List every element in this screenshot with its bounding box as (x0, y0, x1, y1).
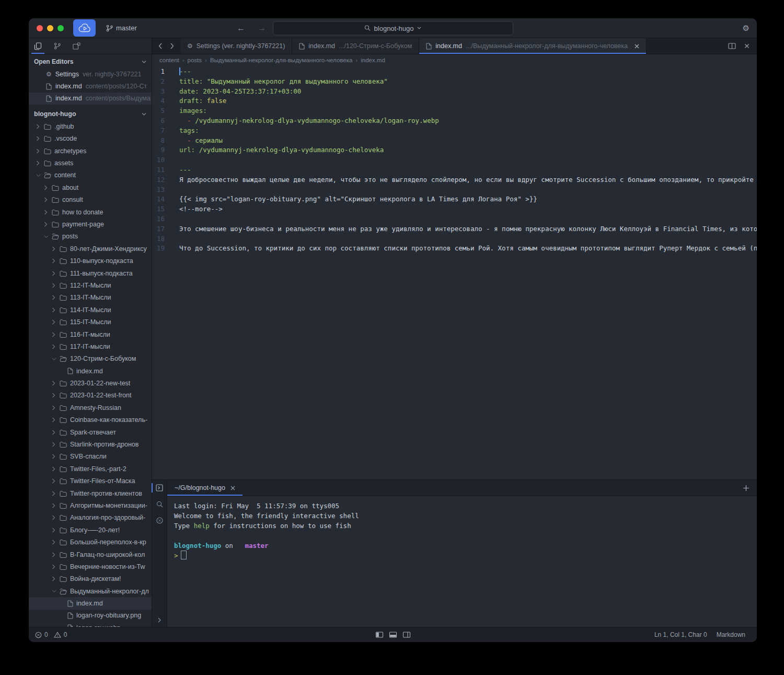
terminal-tab[interactable]: ~/G/blognot-hugo (167, 480, 243, 496)
tree-item[interactable]: Война-дискетам! (29, 573, 152, 585)
tree-item[interactable]: 120-Стрим-с-Бобуком (29, 353, 152, 365)
tree-item[interactable]: logan-roy.webp (29, 622, 152, 627)
open-editor-item[interactable]: index.mdcontent/posts/Выдума (29, 93, 152, 105)
tree-item[interactable]: 116-IT-мысли (29, 328, 152, 340)
editor-tab[interactable]: index.md.../Выдуманный-некролог-для-выду… (419, 38, 647, 54)
tree-item[interactable]: 113-IT-Мысли (29, 292, 152, 304)
tree-item[interactable]: Вечерние-новости-из-Tw (29, 560, 152, 573)
tree-item[interactable]: Starlink-против-дронов (29, 438, 152, 450)
tree-item[interactable]: Twitter-Files-от-Маска (29, 475, 152, 487)
cursor-position[interactable]: Ln 1, Col 1, Char 0 (654, 631, 707, 638)
folder-icon (60, 478, 67, 484)
close-icon[interactable] (744, 43, 750, 49)
tree-item[interactable]: archetypes (29, 145, 152, 157)
tree-item[interactable]: Большой-переполох-в-кр (29, 536, 152, 548)
tree-item-label: 113-IT-Мысли (70, 294, 111, 301)
tree-item[interactable]: .github (29, 120, 152, 132)
code-line: 8 - сериалы (152, 136, 757, 146)
tree-item[interactable]: Spark-отвечает (29, 426, 152, 438)
language-mode[interactable]: Markdown (717, 631, 745, 638)
chevron-right-icon (52, 552, 55, 557)
tree-item[interactable]: payment-page (29, 218, 152, 230)
tree-item[interactable]: Выдуманный-некролог-дл (29, 585, 152, 597)
tree-item[interactable]: logan-roy-obituary.png (29, 610, 152, 622)
tree-item[interactable]: assets (29, 157, 152, 169)
editor-tab[interactable]: index.md.../120-Стрим-с-Бобуком (292, 38, 419, 54)
tree-item[interactable]: 112-IT-Мысли (29, 279, 152, 291)
branch-indicator[interactable]: master (106, 24, 137, 32)
tree-item[interactable]: Twitter-Files,-part-2 (29, 463, 152, 475)
editor-tab[interactable]: ⚙Settings (ver. nightly-3767221) (180, 38, 292, 54)
tree-item[interactable]: 115-IT-Мысли (29, 316, 152, 328)
tree-item[interactable]: 2023-01-22-new-test (29, 377, 152, 389)
app-icon[interactable] (73, 19, 96, 37)
window-controls (29, 25, 64, 31)
tree-item[interactable]: consult (29, 194, 152, 206)
minimize-window-button[interactable] (47, 25, 53, 31)
strip-expand-chevron[interactable] (158, 617, 162, 623)
tree-item[interactable]: 80-лет-Джими-Хендриксу (29, 243, 152, 255)
problems-indicator[interactable]: 0 0 (29, 631, 67, 638)
toggle-sidebar-icon[interactable] (375, 632, 383, 638)
open-editor-detail: ver. nightly-3767221 (83, 71, 142, 78)
toggle-panel-icon[interactable] (389, 632, 397, 638)
tree-item[interactable]: 2023-01-22-test-front (29, 390, 152, 402)
zoom-window-button[interactable] (57, 25, 64, 31)
terminal-search-button[interactable] (156, 501, 163, 508)
editor-layout-tab-button[interactable] (72, 38, 82, 54)
tree-item[interactable]: about (29, 181, 152, 193)
tree-item[interactable]: 117-IT-мысли (29, 340, 152, 352)
tree-item[interactable]: how to donate (29, 206, 152, 218)
tree-item[interactable]: posts (29, 231, 152, 243)
source-control-tab-button[interactable] (53, 38, 62, 54)
tree-item[interactable]: 110-выпуск-подкаста (29, 255, 152, 267)
open-editor-item[interactable]: index.mdcontent/posts/120-Ст (29, 80, 152, 92)
code-line: 3date: 2023-04-25T23:37:17+03:00 (152, 87, 757, 97)
terminal-content[interactable]: Last login: Fri May 5 11:57:39 on ttys00… (167, 496, 757, 627)
tree-item[interactable]: SVB-спасли (29, 451, 152, 463)
breadcrumb-item[interactable]: content (159, 57, 179, 63)
back-arrow-button[interactable]: ← (237, 24, 245, 33)
close-icon[interactable] (230, 486, 235, 490)
tree-item[interactable]: index.md (29, 365, 152, 377)
tree-item[interactable]: Блогу-—-20-лет! (29, 524, 152, 536)
tree-item[interactable]: Amnesty-Russian (29, 402, 152, 414)
tree-item[interactable]: .vscode (29, 133, 152, 145)
forward-arrow-button[interactable]: → (258, 24, 266, 33)
explorer-tab-button[interactable] (33, 38, 43, 54)
command-center-search[interactable]: blognot-hugo (273, 21, 513, 35)
tree-item[interactable]: content (29, 169, 152, 181)
toggle-secondary-sidebar-icon[interactable] (402, 632, 410, 638)
tree-item[interactable]: 114-IT-Мысли (29, 304, 152, 316)
tree-item-label: Starlink-против-дронов (70, 441, 139, 448)
tree-item-label: В-Галац-по-широкой-кол (70, 551, 145, 558)
breadcrumb-item[interactable]: index.md (361, 57, 385, 63)
folder-icon (60, 344, 67, 350)
sidebar: Open Editors ⚙Settingsver. nightly-37672… (29, 38, 152, 627)
terminal-clear-button[interactable] (156, 517, 163, 524)
tree-item[interactable]: В-Галац-по-широкой-кол (29, 548, 152, 560)
split-editor-icon[interactable] (728, 43, 736, 49)
close-window-button[interactable] (37, 25, 43, 31)
breadcrumb-item[interactable]: posts (188, 57, 202, 63)
tree-item[interactable]: Twitter-против-клиентов (29, 487, 152, 499)
folder-icon (60, 453, 67, 460)
tree-item-label: 116-IT-мысли (70, 331, 110, 338)
settings-gear-button[interactable]: ⚙ (743, 24, 750, 33)
open-editors-header[interactable]: Open Editors (29, 55, 152, 68)
new-terminal-button[interactable] (735, 480, 757, 496)
code-line: 15<!--more--> (152, 204, 757, 214)
terminal-view-button[interactable] (156, 484, 163, 491)
tree-item[interactable]: Алгоритмы-монетизации- (29, 499, 152, 511)
tree-item[interactable]: index.md (29, 597, 152, 609)
tree-item[interactable]: Аналогия-про-здоровый- (29, 512, 152, 524)
open-editor-item[interactable]: ⚙Settingsver. nightly-3767221 (29, 68, 152, 80)
chevron-left-icon[interactable] (158, 43, 163, 49)
breadcrumb-item[interactable]: Выдуманный-некролог-для-выдуманного-чело… (210, 57, 352, 63)
tree-item[interactable]: 111-выпуск-подкаста (29, 267, 152, 279)
chevron-right-icon[interactable] (170, 43, 174, 49)
tree-item[interactable]: Coinbase-как-показатель- (29, 414, 152, 426)
code-editor[interactable]: 1---2title: "Выдуманный некролог для выд… (152, 66, 757, 479)
project-header[interactable]: blognot-hugo (29, 108, 152, 120)
close-icon[interactable] (635, 44, 639, 49)
